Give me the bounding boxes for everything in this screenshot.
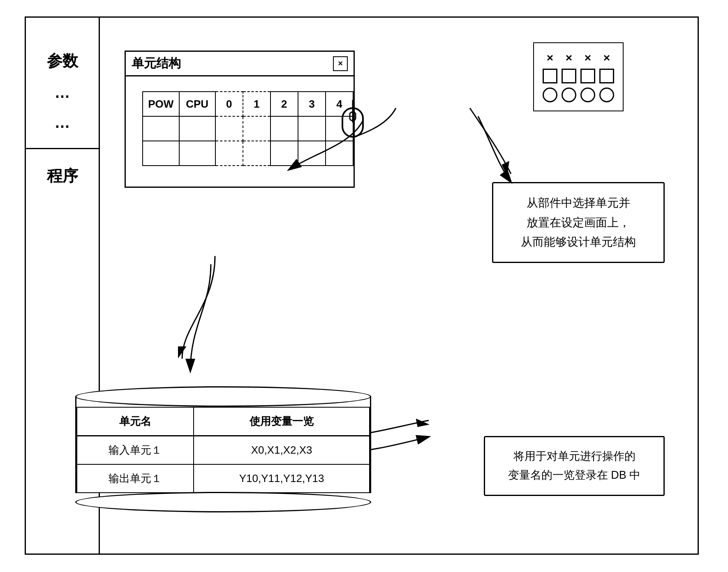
component-grid: × × × × — [542, 51, 615, 102]
component-row-x: × × × × — [542, 51, 615, 65]
table-header-pow: POW — [143, 92, 179, 116]
program-label: 程序 — [47, 166, 78, 187]
cell-1-2 — [243, 141, 270, 166]
x-icon-4: × — [599, 51, 614, 65]
x-icon-3: × — [580, 51, 595, 65]
unit-window-title-text: 单元结构 — [132, 55, 181, 72]
square-icon-3 — [580, 69, 595, 83]
db-cell-unit-2: 输出单元１ — [77, 464, 194, 493]
table-row — [143, 116, 353, 141]
square-icon-4 — [599, 69, 614, 83]
unit-window-close-button[interactable]: × — [333, 56, 348, 71]
param-label: 参数 — [47, 51, 78, 72]
cell-3-2 — [298, 141, 326, 166]
db-row-input: 输入单元１ X0,X1,X2,X3 — [77, 436, 370, 465]
db-cell-unit-1: 输入单元１ — [77, 436, 194, 465]
circle-icon-2 — [562, 88, 576, 102]
unit-structure-window: 单元结构 × POW CPU 0 1 2 3 4 — [125, 51, 355, 188]
callout-right: 从部件中选择单元并 放置在设定画面上， 从而能够设计单元结构 — [492, 182, 665, 263]
cell-2-1 — [270, 116, 298, 141]
table-header-1: 1 — [243, 92, 270, 116]
x-icon-2: × — [562, 51, 576, 65]
component-row-square — [542, 69, 615, 83]
db-bottom-ellipse — [75, 492, 371, 512]
db-container: 单元名 使用变量一览 输入单元１ X0,X1,X2,X3 输出单元１ Y10,Y… — [75, 386, 371, 512]
component-row-circle — [542, 88, 615, 102]
x-icon-1: × — [543, 51, 557, 65]
dots1-label: … — [55, 84, 70, 101]
component-panel: × × × × — [533, 42, 624, 111]
unit-window-titlebar: 单元结构 × — [126, 52, 354, 76]
db-body: 单元名 使用变量一览 输入单元１ X0,X1,X2,X3 输出单元１ Y10,Y… — [75, 397, 371, 493]
cell-2-2 — [270, 141, 298, 166]
callout-db-text: 将用于对单元进行操作的 变量名的一览登录在 DB 中 — [495, 447, 654, 485]
cell-0-1 — [215, 116, 243, 141]
db-header-variables: 使用变量一览 — [194, 407, 370, 436]
main-container: 参数 … … 程序 单元结构 × POW CPU 0 1 2 — [25, 16, 699, 555]
cell-pow-2 — [143, 141, 179, 166]
dots2-label: … — [55, 114, 70, 131]
table-header-cpu: CPU — [179, 92, 215, 116]
cell-cpu-2 — [179, 141, 215, 166]
cell-cpu-1 — [179, 116, 215, 141]
db-header-unit-name: 单元名 — [77, 407, 194, 436]
callout-db: 将用于对单元进行操作的 变量名的一览登录在 DB 中 — [484, 436, 665, 496]
mouse-icon — [338, 100, 367, 147]
table-header-0: 0 — [215, 92, 243, 116]
db-top-ellipse — [75, 386, 371, 407]
circle-icon-4 — [599, 88, 614, 102]
square-icon-1 — [543, 69, 557, 83]
cell-pow-1 — [143, 116, 179, 141]
callout-right-text: 从部件中选择单元并 放置在设定画面上， 从而能够设计单元结构 — [503, 193, 654, 252]
db-row-output: 输出单元１ Y10,Y11,Y12,Y13 — [77, 464, 370, 493]
cell-1-1 — [243, 116, 270, 141]
db-cell-vars-2: Y10,Y11,Y12,Y13 — [194, 464, 370, 493]
circle-icon-1 — [543, 88, 557, 102]
circle-icon-3 — [580, 88, 595, 102]
db-cell-vars-1: X0,X1,X2,X3 — [194, 436, 370, 465]
square-icon-2 — [562, 69, 576, 83]
cell-3-1 — [298, 116, 326, 141]
table-row — [143, 141, 353, 166]
table-header-3: 3 — [298, 92, 326, 116]
unit-structure-table: POW CPU 0 1 2 3 4 — [142, 91, 354, 166]
cell-0-2 — [215, 141, 243, 166]
db-data-table: 单元名 使用变量一览 输入单元１ X0,X1,X2,X3 输出单元１ Y10,Y… — [76, 407, 370, 493]
table-header-2: 2 — [270, 92, 298, 116]
